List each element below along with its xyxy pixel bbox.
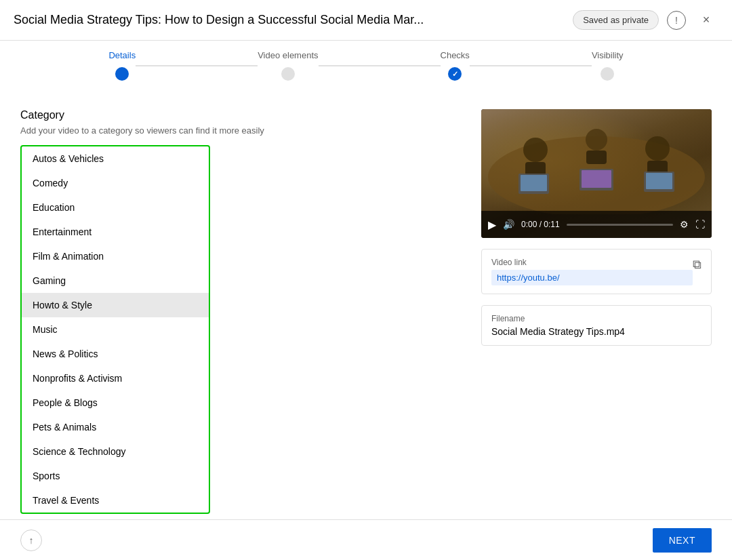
step-video-dot (281, 67, 295, 81)
svg-point-3 (586, 129, 607, 151)
next-button[interactable]: NEXT (653, 528, 712, 553)
step-visibility[interactable]: Visibility (592, 50, 624, 81)
svg-point-1 (523, 138, 548, 162)
notification-icon[interactable]: ! (667, 11, 686, 30)
svg-rect-8 (521, 175, 547, 191)
settings-icon[interactable]: ⚙ (680, 219, 689, 230)
filename-value: Social Media Strategy Tips.mp4 (491, 326, 702, 337)
video-controls: ▶ 🔊 0:00 / 0:11 ⚙ ⛶ (481, 211, 712, 238)
close-icon: × (703, 13, 710, 27)
list-item[interactable]: Gaming (22, 268, 209, 293)
scroll-up-button[interactable]: ↑ (20, 529, 42, 551)
svg-rect-4 (586, 151, 607, 164)
list-item[interactable]: Nonprofits & Activism (22, 366, 209, 391)
step-video-label: Video elements (258, 50, 318, 60)
copy-link-button[interactable]: ⧉ (693, 258, 702, 272)
video-link-box: Video link https://youtu.be/ ⧉ (481, 249, 712, 294)
steps-bar: Details Video elements Checks Visibility (0, 41, 732, 93)
left-panel: Category Add your video to a category so… (20, 109, 454, 508)
list-item[interactable]: Science & Technology (22, 439, 209, 464)
filename-box: Filename Social Media Strategy Tips.mp4 (481, 305, 712, 346)
step-visibility-label: Visibility (592, 50, 624, 60)
step-checks-label: Checks (441, 50, 470, 60)
step-sep-3 (470, 65, 592, 66)
category-dropdown[interactable]: Autos & Vehicles Comedy Education Entert… (20, 145, 210, 514)
bottom-left: ↑ (20, 529, 42, 551)
step-sep-2 (319, 65, 441, 66)
list-item[interactable]: Entertainment (22, 220, 209, 244)
page-title: Social Media Strategy Tips: How to Desig… (14, 13, 542, 27)
step-details[interactable]: Details (108, 50, 136, 81)
progress-bar[interactable] (567, 224, 673, 226)
time-display: 0:00 / 0:11 (521, 220, 560, 229)
step-sep-1 (136, 65, 258, 66)
list-item[interactable]: Pets & Animals (22, 415, 209, 439)
bottom-bar: ↑ NEXT (0, 519, 732, 560)
video-link-url[interactable]: https://youtu.be/ (491, 270, 693, 285)
list-item[interactable]: People & Blogs (22, 391, 209, 415)
play-icon[interactable]: ▶ (488, 218, 496, 231)
fullscreen-icon[interactable]: ⛶ (695, 219, 705, 230)
up-arrow-icon: ↑ (29, 535, 34, 546)
svg-rect-12 (646, 173, 672, 189)
list-item[interactable]: Sports (22, 464, 209, 488)
filename-label: Filename (491, 314, 702, 323)
category-subtitle: Add your video to a category so viewers … (20, 125, 454, 136)
list-item[interactable]: Film & Animation (22, 244, 209, 268)
header: Social Media Strategy Tips: How to Desig… (0, 0, 732, 41)
list-item[interactable]: Travel & Events (22, 488, 209, 513)
header-actions: Saved as private ! × (573, 8, 718, 33)
list-item[interactable]: Comedy (22, 171, 209, 195)
step-details-label: Details (108, 50, 136, 60)
video-link-label: Video link (491, 258, 693, 267)
video-preview[interactable]: ▶ 🔊 0:00 / 0:11 ⚙ ⛶ (481, 109, 712, 238)
list-item-howto[interactable]: Howto & Style (22, 293, 209, 317)
saved-badge: Saved as private (573, 10, 659, 30)
list-item[interactable]: Autos & Vehicles (22, 146, 209, 171)
right-panel: ▶ 🔊 0:00 / 0:11 ⚙ ⛶ Video link https://y… (481, 109, 712, 508)
list-item[interactable]: Education (22, 195, 209, 220)
step-video-elements[interactable]: Video elements (258, 50, 318, 81)
copy-icon: ⧉ (693, 258, 702, 271)
step-checks-dot (448, 67, 462, 81)
step-checks[interactable]: Checks (441, 50, 470, 81)
main-content: Category Add your video to a category so… (0, 93, 732, 524)
close-button[interactable]: × (694, 8, 718, 33)
volume-icon[interactable]: 🔊 (503, 219, 514, 230)
step-details-dot (115, 67, 129, 81)
list-item[interactable]: Music (22, 317, 209, 342)
step-visibility-dot (601, 67, 614, 81)
svg-point-5 (645, 136, 670, 161)
svg-rect-10 (582, 170, 611, 188)
category-title: Category (20, 109, 454, 121)
list-item[interactable]: News & Politics (22, 342, 209, 366)
thumbnail-image (481, 109, 712, 214)
